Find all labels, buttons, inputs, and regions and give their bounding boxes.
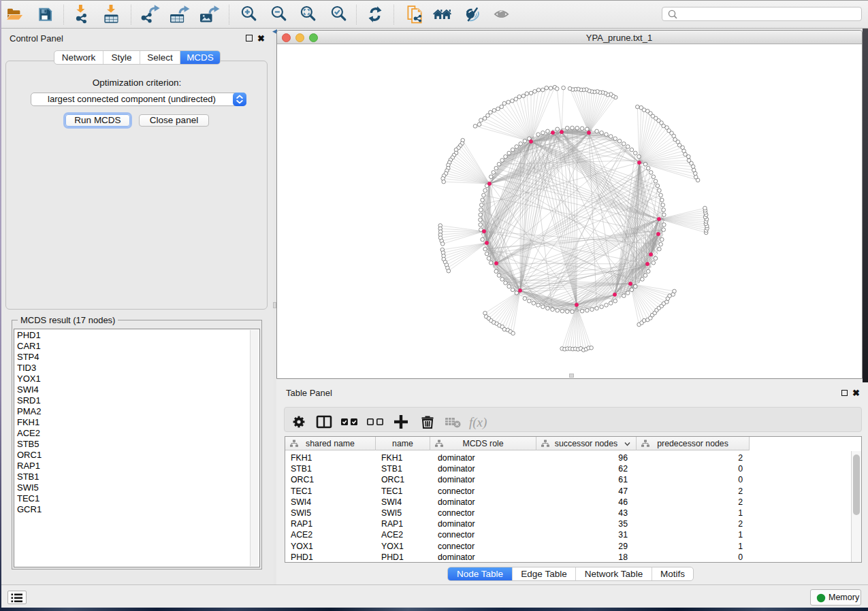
svg-text:f(x): f(x): [469, 415, 487, 430]
